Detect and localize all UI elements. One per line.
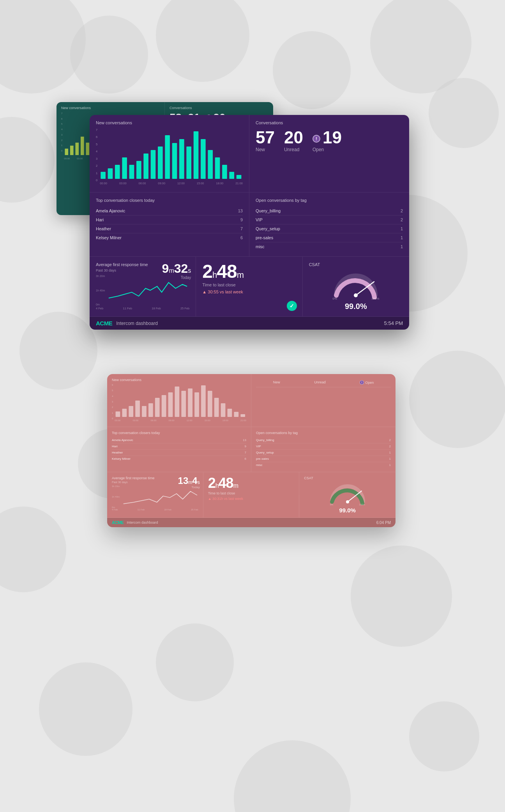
purple-csat-pct: 99.0%	[345, 302, 367, 311]
purple-art-m: m	[169, 267, 174, 274]
svg-rect-56	[221, 403, 226, 417]
svg-rect-18	[101, 172, 106, 179]
salmon-footer-left: ACME Intercom dashboard	[112, 520, 158, 525]
purple-ttc-value: 2h48m	[202, 262, 296, 281]
salmon-new-tab: New	[273, 380, 280, 385]
purple-acme-logo: ACME	[96, 320, 112, 327]
purple-ttc-label: Time to last close	[202, 282, 296, 287]
svg-rect-30	[187, 147, 192, 179]
salmon-closer-2: Hari9	[112, 443, 246, 450]
salmon-bar-chart	[115, 384, 246, 417]
salmon-alert-icon: !	[360, 380, 364, 385]
purple-tags-title: Open conversations by tag	[256, 198, 403, 203]
svg-rect-26	[158, 147, 163, 179]
svg-point-61	[346, 500, 349, 503]
salmon-new-conv-title: New conversations	[112, 378, 246, 382]
purple-new-label: New	[256, 147, 275, 152]
svg-rect-37	[237, 175, 242, 179]
purple-art-big: 9	[162, 261, 169, 275]
svg-rect-59	[241, 414, 245, 417]
salmon-csat-pct: 99.0%	[339, 507, 356, 514]
purple-closer-4: Kelsey Milner6	[96, 233, 243, 242]
svg-rect-28	[172, 143, 177, 179]
salmon-acme-logo: ACME	[112, 520, 124, 525]
salmon-tag-5: misc1	[256, 462, 391, 468]
salmon-tag-3: Query_setup1	[256, 450, 391, 456]
purple-tag-4: pre-sales1	[256, 233, 403, 242]
card-salmon: New conversations 6543210	[107, 374, 396, 527]
salmon-closer-4: Kelsey Milner6	[112, 456, 246, 462]
purple-ttc-m: 48	[217, 261, 237, 282]
salmon-x-labels: 00:0003:0006:0009:0012:0015:0018:0021:00	[115, 419, 246, 422]
purple-x-labels: 00:0003:0006:0009:0012:0015:0018:0021:00	[100, 182, 243, 185]
purple-unread-label: Unread	[284, 147, 303, 152]
salmon-ttc-h: 2	[208, 475, 215, 491]
svg-rect-49	[175, 387, 180, 417]
svg-rect-21	[122, 157, 127, 179]
purple-csat-min: 0%	[332, 297, 337, 300]
purple-app-name: Intercom dashboard	[116, 321, 158, 326]
purple-open-stat: ! 19 Open	[313, 129, 342, 152]
svg-rect-32	[201, 139, 206, 179]
card-purple: New conversations 76543210	[90, 115, 409, 330]
purple-open-num: 19	[323, 129, 342, 146]
svg-rect-58	[234, 412, 239, 417]
purple-ttc-panel: 2h48m Time to last close ▲ 30:55 vs last…	[196, 257, 302, 316]
svg-rect-35	[222, 165, 227, 179]
teal-y-labels: 76543210	[61, 112, 62, 155]
purple-conv-title: Conversations	[256, 120, 403, 125]
purple-alert-icon: !	[313, 135, 320, 143]
purple-art-s-num: 32	[174, 261, 188, 275]
purple-tag-5: misc1	[256, 242, 403, 251]
salmon-closers-title: Top conversation closers today	[112, 431, 246, 435]
purple-art-y-axis: 3h 20m1h 40m0m	[96, 275, 105, 306]
teal-conv-title: Conversations	[170, 106, 268, 110]
svg-rect-53	[201, 385, 206, 417]
salmon-csat-labels: 0%100%	[330, 503, 365, 506]
svg-rect-29	[179, 139, 184, 179]
purple-footer: ACME Intercom dashboard 5:54 PM	[90, 317, 409, 330]
purple-art-x-labels: 4 Feb11 Feb18 Feb25 Feb	[96, 307, 189, 310]
svg-rect-55	[214, 398, 219, 417]
purple-closer-2: Hari9	[96, 215, 243, 224]
salmon-footer: ACME Intercom dashboard 6:04 PM	[107, 518, 396, 527]
salmon-art-x-labels: 4 Feb11 Feb18 Feb25 Feb	[112, 508, 198, 511]
salmon-closer-3: Heather7	[112, 450, 246, 456]
salmon-ttc-label: Time to last close	[208, 491, 295, 495]
svg-rect-51	[188, 388, 193, 417]
salmon-art-y: 3h 20m1h 40m0m	[112, 485, 120, 508]
salmon-open-tab: ! Open	[360, 380, 374, 385]
svg-rect-40	[116, 411, 120, 417]
svg-rect-3	[81, 137, 84, 155]
svg-rect-1	[70, 146, 74, 155]
purple-csat-gauge: 0% 100% 99.0%	[309, 270, 403, 311]
svg-rect-19	[108, 168, 113, 179]
purple-y-axis: 76543210	[96, 128, 97, 187]
purple-csat-title: CSAT	[309, 262, 403, 267]
svg-rect-48	[168, 392, 173, 417]
teal-new-conv-title: New conversations	[61, 106, 160, 110]
purple-open-label: Open	[313, 147, 342, 152]
purple-csat-labels: 0% 100%	[332, 297, 379, 300]
salmon-art-panel: Average first response time Past 30 days…	[107, 472, 203, 517]
svg-rect-54	[208, 391, 212, 417]
svg-rect-41	[122, 409, 127, 417]
svg-rect-43	[136, 401, 140, 417]
salmon-unread-tab: Unread	[314, 380, 326, 385]
salmon-tag-1: Query_billing2	[256, 437, 391, 443]
svg-rect-42	[129, 406, 134, 417]
purple-new-conv-title: New conversations	[96, 120, 243, 125]
svg-rect-34	[215, 157, 220, 179]
svg-rect-24	[144, 154, 149, 179]
purple-unread-num: 20	[284, 129, 303, 146]
salmon-ttc-value: 2h48m	[208, 476, 295, 490]
purple-footer-left: ACME Intercom dashboard	[96, 320, 158, 327]
purple-csat-svg	[330, 270, 381, 299]
purple-csat-panel: CSAT 0% 100% 99.0%	[303, 257, 409, 316]
salmon-closer-1: Amela Ajanovic13	[112, 437, 246, 443]
salmon-tags-title: Open conversations by tag	[256, 431, 391, 435]
svg-rect-27	[165, 135, 170, 179]
purple-tag-1: Query_billing2	[256, 207, 403, 215]
salmon-footer-time: 6:04 PM	[376, 521, 391, 525]
purple-tag-2: VIP2	[256, 215, 403, 224]
